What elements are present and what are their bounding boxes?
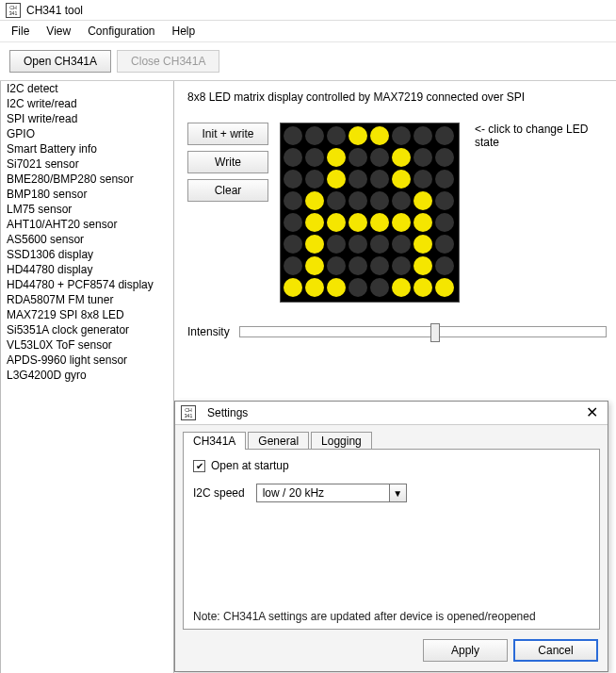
led-cell[interactable]	[284, 170, 302, 189]
led-cell[interactable]	[392, 213, 411, 232]
sidebar-item[interactable]: RDA5807M FM tuner	[1, 292, 173, 307]
led-cell[interactable]	[305, 148, 324, 167]
led-cell[interactable]	[392, 170, 411, 189]
led-cell[interactable]	[305, 278, 324, 297]
close-icon[interactable]: ✕	[582, 406, 602, 419]
led-matrix[interactable]	[280, 123, 460, 303]
sidebar-item[interactable]: AHT10/AHT20 sensor	[1, 217, 173, 232]
led-cell[interactable]	[284, 213, 302, 232]
led-cell[interactable]	[327, 213, 346, 232]
sidebar-item[interactable]: AS5600 sensor	[1, 232, 173, 247]
led-cell[interactable]	[305, 126, 324, 145]
sidebar-item[interactable]: BMP180 sensor	[1, 187, 173, 202]
tab-general[interactable]: General	[248, 432, 309, 450]
led-cell[interactable]	[370, 191, 389, 210]
menu-configuration[interactable]: Configuration	[80, 23, 162, 40]
led-cell[interactable]	[349, 235, 367, 254]
intensity-slider[interactable]	[239, 326, 607, 337]
led-cell[interactable]	[284, 256, 302, 275]
menu-view[interactable]: View	[39, 23, 78, 40]
led-cell[interactable]	[327, 191, 346, 210]
led-cell[interactable]	[284, 235, 302, 254]
led-cell[interactable]	[435, 256, 454, 275]
sidebar-item[interactable]: Si7021 sensor	[1, 156, 173, 172]
cancel-button[interactable]: Cancel	[513, 639, 598, 662]
sidebar-item[interactable]: HD44780 display	[1, 262, 173, 277]
led-cell[interactable]	[435, 148, 454, 167]
led-cell[interactable]	[349, 170, 367, 189]
led-cell[interactable]	[349, 278, 367, 297]
led-cell[interactable]	[305, 235, 324, 254]
led-cell[interactable]	[413, 126, 432, 145]
led-cell[interactable]	[284, 148, 302, 167]
menu-file[interactable]: File	[4, 23, 37, 40]
led-cell[interactable]	[349, 191, 367, 210]
led-cell[interactable]	[305, 170, 324, 189]
led-cell[interactable]	[435, 126, 454, 145]
led-cell[interactable]	[305, 213, 324, 232]
open-ch341a-button[interactable]: Open CH341A	[9, 50, 111, 73]
led-cell[interactable]	[392, 148, 411, 167]
led-cell[interactable]	[327, 170, 346, 189]
chevron-down-icon[interactable]: ▼	[389, 484, 406, 501]
sidebar-list[interactable]: I2C detectI2C write/readSPI write/readGP…	[0, 81, 174, 673]
sidebar-item[interactable]: VL53L0X ToF sensor	[1, 337, 173, 353]
led-cell[interactable]	[370, 126, 389, 145]
led-cell[interactable]	[413, 278, 432, 297]
led-cell[interactable]	[305, 256, 324, 275]
led-cell[interactable]	[370, 256, 389, 275]
led-cell[interactable]	[349, 213, 367, 232]
led-cell[interactable]	[349, 256, 367, 275]
sidebar-item[interactable]: GPIO	[1, 126, 173, 141]
led-cell[interactable]	[413, 148, 432, 167]
sidebar-item[interactable]: APDS-9960 light sensor	[1, 353, 173, 368]
sidebar-item[interactable]: I2C write/read	[1, 96, 173, 111]
led-cell[interactable]	[392, 278, 411, 297]
led-cell[interactable]	[370, 170, 389, 189]
i2c-speed-combo[interactable]: low / 20 kHz ▼	[256, 484, 407, 502]
sidebar-item[interactable]: Smart Battery info	[1, 141, 173, 156]
write-button[interactable]: Write	[187, 151, 268, 173]
led-cell[interactable]	[413, 213, 432, 232]
init-write-button[interactable]: Init + write	[187, 123, 268, 145]
sidebar-item[interactable]: SPI write/read	[1, 111, 173, 126]
led-cell[interactable]	[327, 126, 346, 145]
led-cell[interactable]	[284, 278, 302, 297]
sidebar-item[interactable]: HD44780 + PCF8574 display	[1, 277, 173, 292]
sidebar-item[interactable]: MAX7219 SPI 8x8 LED	[1, 307, 173, 322]
open-at-startup-checkbox[interactable]: ✔	[193, 460, 205, 472]
menu-help[interactable]: Help	[165, 23, 203, 40]
led-cell[interactable]	[413, 256, 432, 275]
led-cell[interactable]	[370, 148, 389, 167]
led-cell[interactable]	[349, 126, 367, 145]
led-cell[interactable]	[392, 126, 411, 145]
led-cell[interactable]	[435, 235, 454, 254]
led-cell[interactable]	[370, 278, 389, 297]
led-cell[interactable]	[413, 170, 432, 189]
led-cell[interactable]	[435, 213, 454, 232]
led-cell[interactable]	[284, 191, 302, 210]
led-cell[interactable]	[327, 256, 346, 275]
led-cell[interactable]	[284, 126, 302, 145]
tab-logging[interactable]: Logging	[311, 432, 372, 450]
led-cell[interactable]	[370, 213, 389, 232]
led-cell[interactable]	[305, 191, 324, 210]
led-cell[interactable]	[349, 148, 367, 167]
tab-ch341a[interactable]: CH341A	[183, 432, 246, 450]
led-cell[interactable]	[327, 235, 346, 254]
led-cell[interactable]	[413, 235, 432, 254]
sidebar-item[interactable]: Si5351A clock generator	[1, 322, 173, 337]
led-cell[interactable]	[392, 256, 411, 275]
sidebar-item[interactable]: I2C detect	[1, 81, 173, 96]
led-cell[interactable]	[370, 235, 389, 254]
sidebar-item[interactable]: L3G4200D gyro	[1, 368, 173, 383]
led-cell[interactable]	[327, 148, 346, 167]
intensity-slider-thumb[interactable]	[430, 323, 440, 342]
apply-button[interactable]: Apply	[423, 639, 508, 662]
sidebar-item[interactable]: BME280/BMP280 sensor	[1, 172, 173, 187]
led-cell[interactable]	[413, 191, 432, 210]
clear-button[interactable]: Clear	[187, 179, 268, 202]
led-cell[interactable]	[435, 191, 454, 210]
led-cell[interactable]	[392, 235, 411, 254]
led-cell[interactable]	[392, 191, 411, 210]
